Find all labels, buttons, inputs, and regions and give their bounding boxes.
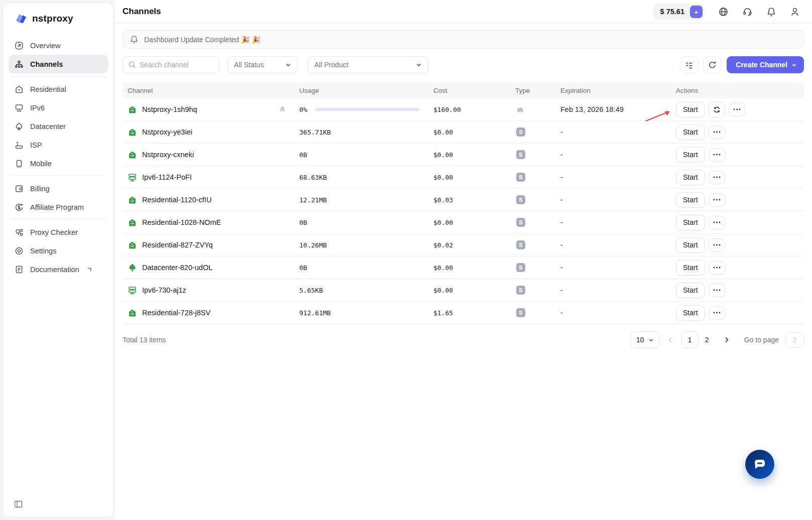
start-button[interactable]: Start bbox=[676, 260, 705, 276]
goto-page-input[interactable] bbox=[785, 332, 804, 348]
usage-value: 365.71KB bbox=[299, 128, 331, 136]
more-actions-button[interactable] bbox=[709, 284, 725, 297]
type-badge: S bbox=[516, 127, 525, 137]
pagination: Total 13 items 10 1 2 Go to page bbox=[123, 331, 804, 348]
expiration-value: Feb 13, 2026 18:49 bbox=[555, 105, 671, 113]
column-settings-button[interactable] bbox=[680, 56, 699, 73]
add-funds-button[interactable]: + bbox=[690, 6, 703, 18]
usage-value: 0B bbox=[299, 151, 307, 159]
sidebar-collapse-button[interactable] bbox=[14, 500, 23, 510]
announcement-banner[interactable]: Dashboard Update Completed 🎉 🎉 bbox=[123, 30, 804, 49]
column-header-usage: Usage bbox=[294, 87, 428, 94]
more-actions-button[interactable] bbox=[709, 261, 725, 275]
page-size-value: 10 bbox=[636, 336, 644, 344]
sidebar-item-label: Settings bbox=[30, 247, 56, 255]
balance-pill[interactable]: $ 75.61 + bbox=[653, 4, 705, 20]
sidebar-item-datacenter[interactable]: Datacenter bbox=[9, 117, 108, 136]
channel-name: Ipv6-1124-PoFI bbox=[142, 173, 192, 181]
chevron-down-icon bbox=[648, 337, 654, 343]
cost-value: $160.00 bbox=[428, 106, 510, 113]
usage-value: 12.21MB bbox=[299, 196, 327, 204]
support-button[interactable] bbox=[742, 7, 753, 17]
start-button[interactable]: Start bbox=[676, 305, 705, 321]
start-button[interactable]: Start bbox=[676, 283, 705, 298]
documentation-icon bbox=[15, 265, 24, 274]
more-actions-button[interactable] bbox=[709, 216, 725, 229]
create-channel-label: Create Channel bbox=[736, 61, 787, 69]
residential-channel-icon bbox=[128, 127, 137, 137]
more-actions-button[interactable] bbox=[709, 193, 725, 207]
more-actions-button[interactable] bbox=[709, 306, 725, 320]
residential-channel-icon bbox=[128, 218, 137, 227]
cost-value: $0.03 bbox=[428, 196, 510, 204]
sidebar-item-affiliate[interactable]: Affiliate Program bbox=[9, 198, 108, 216]
more-actions-button[interactable] bbox=[729, 103, 745, 116]
table-row: Residential-1028-NOmE 0B $0.00 S - Start bbox=[123, 211, 804, 234]
start-button[interactable]: Start bbox=[676, 170, 705, 185]
sidebar-item-proxy-checker[interactable]: Proxy Checker bbox=[9, 223, 108, 241]
more-actions-button[interactable] bbox=[709, 171, 725, 184]
search-input[interactable] bbox=[123, 56, 219, 73]
start-button[interactable]: Start bbox=[676, 147, 705, 163]
type-badge: S bbox=[516, 195, 525, 204]
create-channel-button[interactable]: Create Channel bbox=[727, 56, 804, 73]
page-size-select[interactable]: 10 bbox=[631, 331, 659, 348]
more-actions-button[interactable] bbox=[709, 125, 725, 139]
table-row: Ipv6-1124-PoFI 68.63KB $0.00 S - Start bbox=[123, 166, 804, 189]
sidebar-item-channels[interactable]: Channels bbox=[9, 55, 108, 73]
start-button[interactable]: Start bbox=[676, 215, 705, 230]
page-button-2[interactable]: 2 bbox=[699, 331, 716, 348]
column-header-actions: Actions bbox=[671, 87, 804, 94]
sidebar-item-settings[interactable]: Settings bbox=[9, 241, 108, 260]
status-select[interactable]: All Status bbox=[227, 56, 298, 73]
sidebar-item-isp[interactable]: ISP bbox=[9, 136, 108, 154]
status-select-value: All Status bbox=[234, 61, 285, 69]
prev-page-button[interactable] bbox=[667, 336, 674, 343]
type-badge: S bbox=[516, 173, 525, 182]
more-actions-button[interactable] bbox=[709, 148, 725, 162]
brand-logo: nstproxy bbox=[3, 11, 113, 26]
chevron-down-icon bbox=[791, 62, 797, 68]
sidebar-item-ipv6[interactable]: IPv6 bbox=[9, 98, 108, 117]
chat-widget-button[interactable] bbox=[745, 450, 774, 479]
chevron-down-icon bbox=[285, 62, 291, 68]
renew-button[interactable] bbox=[709, 102, 725, 117]
account-button[interactable] bbox=[790, 7, 800, 17]
start-button[interactable]: Start bbox=[676, 102, 705, 117]
usage-value: 68.63KB bbox=[299, 174, 327, 181]
usage-value: 5.65KB bbox=[299, 287, 323, 294]
sidebar-item-residential[interactable]: Residential bbox=[9, 80, 108, 98]
total-items-text: Total 13 items bbox=[123, 336, 166, 344]
expiration-value: - bbox=[555, 241, 671, 249]
start-button[interactable]: Start bbox=[676, 237, 705, 253]
sidebar-item-documentation[interactable]: Documentation bbox=[9, 260, 108, 279]
column-header-type: Type bbox=[510, 87, 555, 94]
notifications-button[interactable] bbox=[766, 7, 776, 17]
headset-icon bbox=[742, 7, 753, 17]
more-actions-button[interactable] bbox=[709, 238, 725, 252]
table-row: Datacenter-820-udOL 0B $0.00 S - Start bbox=[123, 256, 804, 279]
next-page-button[interactable] bbox=[723, 336, 730, 343]
product-select[interactable]: All Product bbox=[308, 56, 428, 73]
page-button-1[interactable]: 1 bbox=[681, 331, 699, 348]
sidebar-item-mobile[interactable]: Mobile bbox=[9, 154, 108, 173]
goto-page-label: Go to page bbox=[744, 336, 779, 344]
sidebar-item-label: IPv6 bbox=[30, 104, 45, 112]
type-badge: S bbox=[516, 150, 525, 159]
sidebar-item-billing[interactable]: Billing bbox=[9, 179, 108, 198]
cost-value: $0.00 bbox=[428, 151, 510, 159]
expiration-value: - bbox=[555, 264, 671, 272]
start-button[interactable]: Start bbox=[676, 192, 705, 208]
residential-channel-icon bbox=[128, 308, 137, 318]
type-badge: S bbox=[516, 308, 525, 317]
product-select-value: All Product bbox=[314, 61, 416, 69]
residential-channel-icon bbox=[128, 150, 137, 160]
table-row: Residential-1120-cfIU 12.21MB $0.03 S - … bbox=[123, 189, 804, 211]
language-button[interactable] bbox=[718, 7, 729, 17]
start-button[interactable]: Start bbox=[676, 124, 705, 140]
usage-value: 0B bbox=[299, 264, 307, 272]
channel-name: Ipv6-730-aj1z bbox=[142, 286, 186, 294]
table-row: Residential-728-j8SV 912.61MB $1.65 S - … bbox=[123, 302, 804, 324]
sidebar-item-overview[interactable]: Overview bbox=[9, 36, 108, 55]
refresh-button[interactable] bbox=[703, 56, 722, 73]
